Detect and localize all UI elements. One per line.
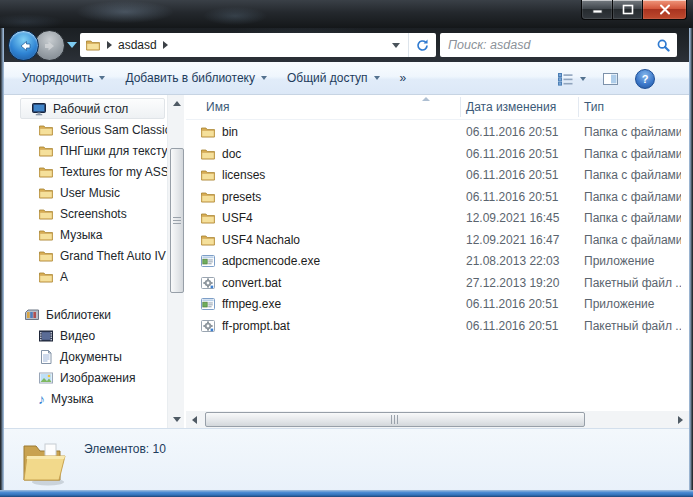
file-row[interactable]: ffmpeg.exe06.11.2016 20:51Приложение: [186, 294, 689, 316]
file-date-modified: 27.12.2013 19:20: [466, 276, 559, 290]
change-view-button[interactable]: [557, 71, 574, 87]
scroll-left-button[interactable]: [186, 411, 203, 428]
scroll-thumb[interactable]: [170, 148, 184, 293]
sidebar-item-label: Textures for my ASS: [60, 165, 167, 179]
batch-icon: [200, 275, 216, 291]
recent-pages-dropdown[interactable]: [67, 42, 77, 48]
file-type: Папка с файлами: [584, 190, 681, 204]
file-type: Приложение: [584, 254, 681, 268]
folder-icon: [38, 248, 54, 264]
close-button[interactable]: [643, 0, 687, 20]
sidebar-item[interactable]: Видео: [4, 325, 167, 346]
breadcrumb-separator-icon[interactable]: [163, 41, 168, 49]
file-row[interactable]: doc06.11.2016 20:51Папка с файлами: [186, 144, 689, 166]
back-button[interactable]: [8, 30, 39, 61]
breadcrumb-separator-icon[interactable]: [107, 41, 112, 49]
items-count: Элементов: 10: [84, 442, 166, 456]
preview-pane-icon: [602, 71, 619, 87]
sidebar-item-label: Библиотеки: [46, 308, 111, 322]
window-border-bottom: [0, 490, 693, 497]
folder-icon: [200, 124, 216, 140]
toolbar-button-label: »: [400, 71, 407, 85]
sidebar-item[interactable]: Документы: [4, 346, 167, 367]
sidebar-item-label: Видео: [60, 329, 95, 343]
sidebar-item[interactable]: ♪Музыка: [4, 388, 167, 409]
file-row[interactable]: adpcmencode.exe21.08.2013 22:03Приложени…: [186, 251, 689, 273]
help-button[interactable]: ?: [635, 69, 655, 89]
file-row[interactable]: bin06.11.2016 20:51Папка с файлами: [186, 122, 689, 144]
sidebar-item-label: Музыка: [51, 392, 93, 406]
file-rows: bin06.11.2016 20:51Папка с файламиdoc06.…: [186, 122, 689, 337]
sidebar-item[interactable]: Textures for my ASS: [4, 161, 167, 182]
sidebar-item[interactable]: Библиотеки: [4, 304, 167, 325]
folder-icon: [38, 269, 54, 285]
toolbar-button[interactable]: Добавить в библиотеку: [115, 66, 277, 90]
sidebar-item[interactable]: Изображения: [4, 367, 167, 388]
toolbar-button[interactable]: »: [390, 66, 417, 90]
chevron-down-icon: [261, 76, 267, 80]
file-name: doc: [222, 147, 241, 161]
file-row[interactable]: licenses06.11.2016 20:51Папка с файлами: [186, 165, 689, 187]
file-date-modified: 12.09.2021 16:45: [466, 211, 559, 225]
file-type: Пакетный файл ...: [584, 319, 681, 333]
file-date-modified: 06.11.2016 20:51: [466, 125, 559, 139]
sidebar-item[interactable]: Grand Theft Auto IV: [4, 245, 167, 266]
scroll-down-button[interactable]: [168, 411, 185, 428]
file-name: presets: [222, 190, 261, 204]
arrow-right-icon: [678, 416, 683, 424]
refresh-button[interactable]: [408, 33, 436, 57]
sidebar-scrollbar[interactable]: [167, 95, 184, 428]
file-name: licenses: [222, 168, 265, 182]
scroll-thumb[interactable]: [205, 412, 585, 427]
file-type: Папка с файлами: [584, 147, 681, 161]
address-dropdown-icon[interactable]: [392, 43, 400, 48]
help-icon: ?: [642, 73, 649, 85]
file-row[interactable]: USF412.09.2021 16:45Папка с файлами: [186, 208, 689, 230]
magnifier-icon[interactable]: [656, 38, 671, 53]
sidebar-item[interactable]: Музыка: [4, 224, 167, 245]
maximize-button[interactable]: [612, 0, 643, 20]
file-row[interactable]: presets06.11.2016 20:51Папка с файлами: [186, 187, 689, 209]
file-row[interactable]: convert.bat27.12.2013 19:20Пакетный файл…: [186, 273, 689, 295]
address-bar[interactable]: asdasd: [80, 33, 408, 57]
breadcrumb-item[interactable]: asdasd: [118, 38, 157, 52]
folder-icon: [200, 146, 216, 162]
toolbar-button[interactable]: Упорядочить: [12, 66, 115, 90]
sidebar-item[interactable]: Screenshots: [4, 203, 167, 224]
sidebar-item[interactable]: ПНГшки для текстур: [4, 140, 167, 161]
chevron-down-icon: [374, 76, 380, 80]
window-border-left: [0, 28, 4, 490]
sidebar-item-label: A: [60, 270, 68, 284]
video-icon: [38, 328, 54, 344]
views-dropdown[interactable]: [580, 77, 586, 81]
folder-icon: [200, 167, 216, 183]
column-header-name[interactable]: Имя: [206, 95, 229, 119]
preview-pane-button[interactable]: [602, 71, 619, 87]
libraries-icon: [24, 307, 40, 323]
sidebar-item[interactable]: User Music: [4, 182, 167, 203]
sidebar-item[interactable]: Serious Sam Classic T: [4, 119, 167, 140]
folder-icon: [38, 227, 54, 243]
search-input[interactable]: [440, 38, 656, 52]
sidebar-item[interactable]: A: [4, 266, 167, 287]
file-row[interactable]: USF4 Nachalo12.09.2021 16:47Папка с файл…: [186, 230, 689, 252]
scroll-up-button[interactable]: [168, 95, 185, 112]
views-icon: [557, 71, 574, 87]
sidebar-item[interactable]: Рабочий стол: [20, 98, 165, 119]
sidebar-item-label: User Music: [60, 186, 120, 200]
sidebar-group-libraries: БиблиотекиВидеоДокументыИзображения♪Музы…: [4, 301, 167, 409]
column-header-date[interactable]: Дата изменения: [466, 95, 556, 119]
application-icon: [200, 253, 216, 269]
sidebar-item-label: ПНГшки для текстур: [60, 144, 167, 158]
file-row[interactable]: ff-prompt.bat06.11.2016 20:51Пакетный фа…: [186, 316, 689, 338]
minimize-button[interactable]: [581, 0, 612, 20]
sidebar-item-label: Рабочий стол: [53, 102, 128, 116]
file-name: bin: [222, 125, 238, 139]
scroll-right-button[interactable]: [672, 411, 689, 428]
folder-icon: [200, 210, 216, 226]
horizontal-scrollbar[interactable]: [186, 411, 689, 428]
column-header-type[interactable]: Тип: [584, 95, 604, 119]
folder-icon: [38, 185, 54, 201]
file-date-modified: 06.11.2016 20:51: [466, 297, 559, 311]
toolbar-button[interactable]: Общий доступ: [277, 66, 390, 90]
